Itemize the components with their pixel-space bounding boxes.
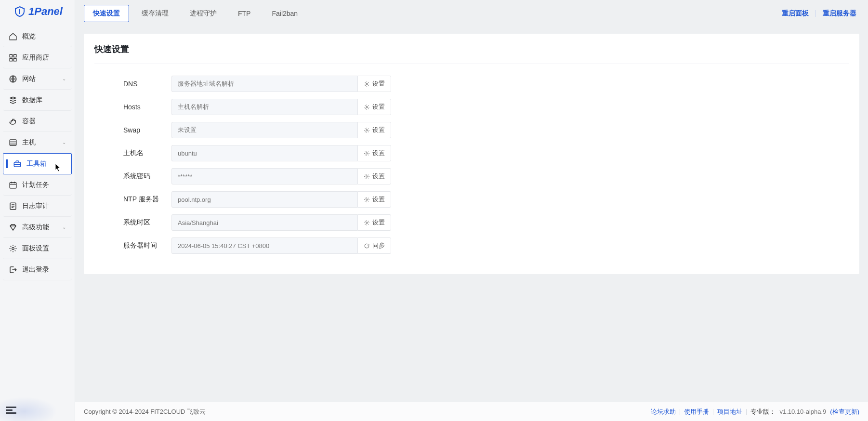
settings-form: DNS 服务器地址域名解析 设置 Hosts 主机名解析 设置 [94,64,849,254]
chevron-down-icon: ⌄ [62,224,66,230]
row-ntp: NTP 服务器 pool.ntp.org 设置 [94,191,849,208]
row-hosts: Hosts 主机名解析 设置 [94,99,849,115]
sidebar-item-label: 数据库 [22,96,66,105]
restart-panel-button[interactable]: 重启面板 [779,9,812,18]
logout-icon [9,265,17,274]
sidebar-item-logout[interactable]: 退出登录 [3,259,72,280]
sidebar-item-container[interactable]: 容器 [3,111,72,132]
divider [680,409,680,415]
version-value: v1.10.10-alpha.9 [779,408,826,415]
settings-button-hostname[interactable]: 设置 [357,145,391,161]
tab-label: 缓存清理 [142,9,169,17]
tab-ftp[interactable]: FTP [229,6,259,21]
sidebar-menu: 概览 应用商店 网站 ⌄ 数据库 容器 [0,23,75,283]
refresh-icon [364,243,370,249]
footer-link-forum[interactable]: 论坛求助 [651,408,676,416]
label-server-time: 服务器时间 [94,241,171,250]
restart-server-button[interactable]: 重启服务器 [820,9,859,18]
settings-button-timezone[interactable]: 设置 [357,214,391,231]
value-dns: 服务器地址域名解析 [171,76,357,92]
svg-point-8 [366,129,368,131]
gear-icon [364,220,370,226]
sidebar-item-label: 退出登录 [22,265,66,274]
sync-button-server-time[interactable]: 同步 [357,237,391,254]
footer: Copyright © 2014-2024 FIT2CLOUD 飞致云 论坛求助… [75,402,868,421]
tabbar: 快速设置 缓存清理 进程守护 FTP Fail2ban 重启面板 重启服务器 [75,0,868,27]
value-server-time: 2024-06-05 15:40:27 CST +0800 [171,237,357,254]
settings-button-ntp[interactable]: 设置 [357,191,391,208]
sidebar: 1Panel 概览 应用商店 网站 ⌄ 数据库 [0,0,75,421]
sidebar-item-host[interactable]: 主机 ⌄ [3,132,72,153]
divider [713,409,713,415]
sidebar-item-logs[interactable]: 日志审计 [3,196,72,217]
brand-logo[interactable]: 1Panel [0,0,75,23]
grid-icon [9,53,17,62]
tab-supervisor[interactable]: 进程守护 [181,5,225,22]
sidebar-item-settings[interactable]: 面板设置 [3,238,72,259]
button-label: 设置 [372,195,385,204]
button-label: 设置 [372,103,385,111]
chevron-down-icon: ⌄ [62,140,66,145]
brand-text: 1Panel [28,5,63,18]
sidebar-item-advanced[interactable]: 高级功能 ⌄ [3,217,72,238]
row-server-time: 服务器时间 2024-06-05 15:40:27 CST +0800 同步 [94,237,849,254]
svg-rect-1 [10,140,16,145]
value-swap: 未设置 [171,122,357,138]
sidebar-item-overview[interactable]: 概览 [3,26,72,47]
settings-button-swap[interactable]: 设置 [357,122,391,138]
svg-point-7 [366,106,368,107]
footer-link-project[interactable]: 项目地址 [717,408,742,416]
svg-point-9 [366,152,368,154]
server-icon [9,138,17,147]
gear-icon [364,173,370,180]
sidebar-item-label: 容器 [22,117,66,126]
button-label: 设置 [372,79,385,88]
main: 快速设置 缓存清理 进程守护 FTP Fail2ban 重启面板 重启服务器 快… [75,0,868,421]
label-dns: DNS [94,80,171,88]
svg-point-6 [366,83,368,84]
version-label: 专业版： [750,408,776,416]
container-icon [9,117,17,126]
button-label: 设置 [372,218,385,227]
shield-icon [14,6,26,17]
button-label: 设置 [372,172,385,181]
sidebar-item-label: 网站 [22,75,57,83]
diamond-icon [9,223,17,232]
sidebar-item-label: 面板设置 [22,244,66,253]
sidebar-item-label: 概览 [22,32,66,41]
settings-button-hosts[interactable]: 设置 [357,99,391,115]
row-swap: Swap 未设置 设置 [94,122,849,138]
footer-link-manual[interactable]: 使用手册 [684,408,709,416]
sidebar-item-database[interactable]: 数据库 [3,90,72,111]
row-password: 系统密码 ****** 设置 [94,168,849,184]
button-label: 设置 [372,126,385,134]
svg-point-12 [366,222,368,223]
button-label: 同步 [372,241,385,250]
settings-button-password[interactable]: 设置 [357,168,391,184]
tab-label: FTP [238,10,250,17]
copyright: Copyright © 2014-2024 FIT2CLOUD 飞致云 [84,408,206,416]
value-hostname: ubuntu [171,145,357,161]
tab-quick-settings[interactable]: 快速设置 [84,5,129,22]
value-password: ****** [171,168,357,184]
database-icon [9,96,17,105]
check-update-link[interactable]: (检查更新) [830,408,859,416]
sidebar-item-toolbox[interactable]: 工具箱 [3,153,72,174]
tab-cache-clean[interactable]: 缓存清理 [133,5,177,22]
tab-fail2ban[interactable]: Fail2ban [263,6,306,21]
sidebar-item-label: 应用商店 [22,53,66,62]
sidebar-item-cron[interactable]: 计划任务 [3,174,72,196]
sidebar-item-website[interactable]: 网站 ⌄ [3,68,72,90]
label-password: 系统密码 [94,172,171,181]
quick-settings-card: 快速设置 DNS 服务器地址域名解析 设置 Hosts 主机名解析 [84,34,859,274]
svg-point-10 [366,175,368,177]
sidebar-item-appstore[interactable]: 应用商店 [3,47,72,68]
label-ntp: NTP 服务器 [94,195,171,204]
sidebar-collapse-button[interactable] [6,407,17,415]
settings-button-dns[interactable]: 设置 [357,76,391,92]
svg-point-5 [12,247,14,250]
button-label: 设置 [372,149,385,158]
home-icon [9,32,17,41]
value-ntp: pool.ntp.org [171,191,357,208]
gear-icon [364,104,370,110]
